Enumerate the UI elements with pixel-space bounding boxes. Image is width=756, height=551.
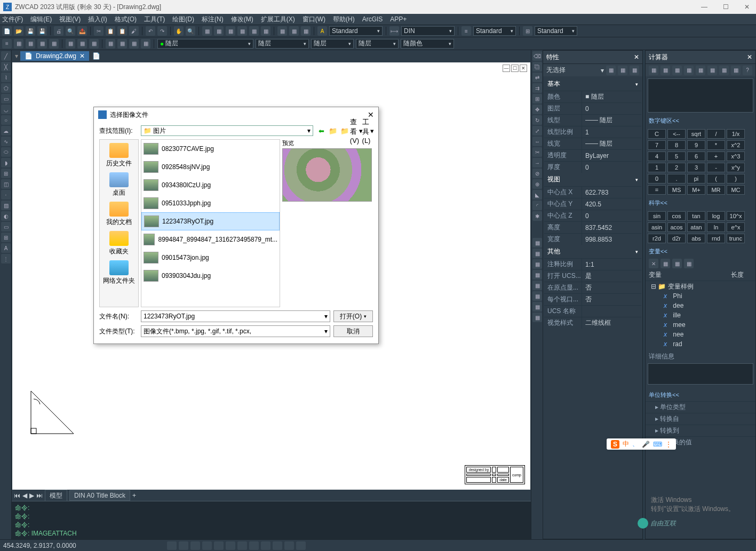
dimstyle-select[interactable]: DIN▾: [401, 26, 455, 36]
calc-ic3[interactable]: ▦: [672, 66, 682, 75]
file-row[interactable]: 1223473RyOT.jpg: [141, 212, 280, 230]
new-tab-button[interactable]: 📄: [89, 51, 104, 61]
canvas-max-icon[interactable]: ☐: [511, 65, 519, 72]
sb-icon12[interactable]: [296, 541, 306, 550]
rtool-icon3[interactable]: ▦: [532, 259, 542, 269]
file-row[interactable]: 8994847_8994847_1316273495879_mt...: [141, 230, 280, 249]
calc-key-1[interactable]: 1: [648, 163, 666, 172]
prop-row[interactable]: 在原点显...否: [544, 282, 641, 293]
rtool-icon1[interactable]: ▦: [532, 238, 542, 247]
calc-key-.[interactable]: .: [667, 174, 686, 183]
sb-icon10[interactable]: [273, 541, 282, 550]
var-item[interactable]: x rad: [649, 339, 752, 349]
nav-next-icon[interactable]: ▶: [29, 492, 34, 499]
prop-row[interactable]: 高度837.5452: [544, 221, 641, 233]
rtool-icon6[interactable]: ▦: [532, 291, 542, 301]
tools-menu[interactable]: 工具(L)▾: [363, 126, 373, 135]
var-item[interactable]: x ille: [649, 310, 752, 320]
calc-key-sqrt[interactable]: sqrt: [687, 129, 705, 139]
sb-icon4[interactable]: [202, 541, 212, 550]
calc-key-trunc[interactable]: trunc: [727, 234, 745, 243]
explode-icon[interactable]: ✱: [532, 211, 542, 221]
tb-icon7[interactable]: ▦: [277, 26, 287, 36]
place-fav[interactable]: 收藏夹: [109, 231, 129, 256]
publish-icon[interactable]: 📤: [77, 26, 87, 36]
props-icon1[interactable]: ▦: [606, 66, 616, 75]
calc-key-M+[interactable]: M+: [687, 185, 705, 195]
prop-row[interactable]: 颜色■ 随层: [544, 91, 641, 102]
prop-row[interactable]: 中心点 X622.783: [544, 186, 641, 198]
layer-mgr-icon[interactable]: ≡: [2, 39, 12, 49]
calc-key-x^2[interactable]: x^2: [727, 140, 745, 150]
place-history[interactable]: 历史文件: [106, 143, 132, 168]
sb-icon2[interactable]: [179, 541, 188, 550]
rtool-icon7[interactable]: ▦: [532, 302, 542, 312]
props-section-basic[interactable]: 基本▾: [544, 77, 641, 91]
spline-icon[interactable]: ∿: [1, 137, 11, 146]
var-icon2[interactable]: ▦: [660, 259, 670, 268]
calc-key-d2r[interactable]: d2r: [667, 234, 686, 243]
props-close-icon[interactable]: ✕: [634, 53, 639, 61]
insert-icon[interactable]: ⊞: [1, 169, 11, 178]
saveas-icon[interactable]: 💾: [37, 26, 47, 36]
sb-icon11[interactable]: [284, 541, 294, 550]
tb-icon9[interactable]: ▦: [301, 26, 311, 36]
tb-icon4[interactable]: ▦: [237, 26, 247, 36]
color-select[interactable]: 随层▾: [256, 39, 309, 49]
calc-key-acos[interactable]: acos: [667, 222, 686, 232]
tb-icon8[interactable]: ▦: [289, 26, 299, 36]
filetype-select[interactable]: 图像文件(*.bmp, *.jpg, *.gif, *.tif, *.pcx, …: [141, 325, 330, 337]
mtext-icon[interactable]: A: [1, 243, 11, 253]
calc-key-10^x[interactable]: 10^x: [727, 211, 745, 221]
prop-row[interactable]: 线型—— 随层: [544, 114, 641, 126]
prop-row[interactable]: 图层0: [544, 102, 641, 114]
prop-row[interactable]: 线宽—— 随层: [544, 138, 641, 149]
calc-ic5[interactable]: ▦: [696, 66, 705, 75]
calc-key-log[interactable]: log: [707, 211, 725, 221]
calc-key-asin[interactable]: asin: [648, 222, 666, 232]
menu-format[interactable]: 格式(O): [115, 15, 137, 24]
file-row[interactable]: 09015473jon.jpg: [141, 249, 280, 267]
sb-icon8[interactable]: [249, 541, 259, 550]
ltype-select[interactable]: 随层▾: [311, 39, 354, 49]
add-layout-icon[interactable]: +: [132, 492, 136, 499]
calc-key-abs[interactable]: abs: [687, 234, 705, 243]
nav-prev-icon[interactable]: ◀: [22, 492, 27, 499]
chamfer-icon[interactable]: ◣: [532, 190, 542, 199]
layer-icon2[interactable]: ▦: [26, 39, 35, 49]
file-row[interactable]: 09390304Jdu.jpg: [141, 267, 280, 285]
canvas-min-icon[interactable]: —: [503, 65, 510, 72]
fillet-icon[interactable]: ◜: [532, 201, 542, 210]
calc-key-r2d[interactable]: r2d: [648, 234, 666, 243]
rect-icon[interactable]: ▭: [1, 94, 11, 103]
layer-icon5[interactable]: ▦: [66, 39, 75, 49]
var-item[interactable]: x nee: [649, 330, 752, 339]
calc-key-9[interactable]: 9: [687, 140, 705, 150]
calc-key-=[interactable]: =: [648, 185, 666, 195]
calc-key-MR[interactable]: MR: [707, 185, 725, 195]
calc-key-([interactable]: (: [707, 174, 725, 183]
calc-key-rnd[interactable]: rnd: [707, 234, 725, 243]
prop-row[interactable]: 宽度998.8853: [544, 233, 641, 245]
command-line[interactable]: 命令: 命令: 命令: 命令: IMAGEATTACH: [12, 501, 531, 539]
var-icon1[interactable]: ✕: [649, 259, 658, 268]
sb-icon1[interactable]: [167, 541, 177, 550]
view-menu[interactable]: 查看(V)▾: [352, 126, 361, 135]
up-icon[interactable]: 📁: [328, 126, 338, 135]
ellipse-icon[interactable]: ⬭: [1, 147, 11, 157]
menu-dim[interactable]: 标注(N): [202, 15, 224, 24]
calc-key-e^x[interactable]: e^x: [727, 222, 745, 232]
layer-icon8[interactable]: ▦: [106, 39, 115, 49]
layer-icon10[interactable]: ▦: [129, 39, 139, 49]
mlstyle-icon[interactable]: ≡: [461, 26, 471, 36]
layer-icon6[interactable]: ▦: [77, 39, 87, 49]
close-tab-icon[interactable]: ✕: [79, 52, 85, 60]
calc-key-/[interactable]: /: [707, 129, 725, 139]
join-icon[interactable]: ⊕: [532, 179, 542, 189]
calc-ic1[interactable]: ▦: [649, 66, 658, 75]
prop-row[interactable]: 透明度ByLayer: [544, 149, 641, 161]
calc-key-<--[interactable]: <--: [667, 129, 686, 139]
menu-app[interactable]: APP+: [390, 15, 407, 23]
scale-icon[interactable]: ⤢: [532, 126, 542, 135]
minimize-button[interactable]: —: [698, 3, 710, 11]
